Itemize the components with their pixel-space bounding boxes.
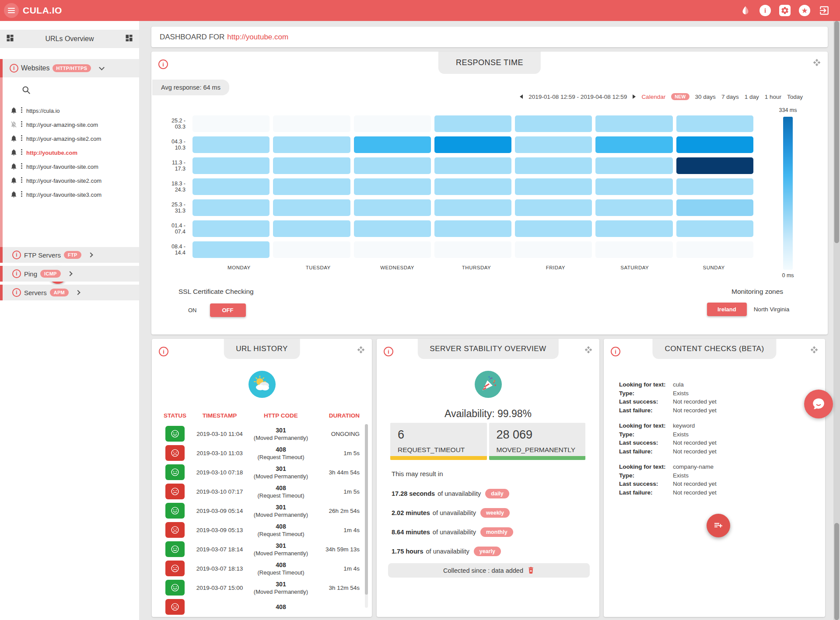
heatmap-cell[interactable]	[676, 115, 753, 132]
chat-widget-button[interactable]	[804, 390, 833, 418]
hamburger-menu-button[interactable]	[4, 3, 19, 18]
ssl-on-option[interactable]: ON	[188, 307, 197, 313]
dashboard-grid-icon[interactable]	[125, 34, 133, 44]
info-icon[interactable]: i	[384, 347, 393, 356]
table-row[interactable]: 2019-03-07 18:13408(Request Timeout)1m 4…	[158, 559, 360, 578]
heatmap-cell[interactable]	[434, 115, 511, 132]
table-row[interactable]: 2019-03-10 11:04301(Moved Permanently)ON…	[158, 424, 360, 443]
next-range-arrow[interactable]	[633, 94, 636, 99]
info-icon[interactable]: i	[10, 64, 18, 73]
heatmap-cell[interactable]	[676, 136, 753, 153]
range-preset-1-hour[interactable]: 1 hour	[765, 94, 781, 100]
info-icon[interactable]: i	[12, 251, 21, 259]
heatmap-cell[interactable]	[434, 178, 511, 195]
heatmap-cell[interactable]	[515, 220, 592, 237]
table-row[interactable]: 2019-03-10 11:03408(Request Timeout)1m 5…	[158, 443, 360, 463]
dashboard-title-url[interactable]: http://youtube.com	[227, 33, 288, 42]
bell-icon[interactable]	[10, 177, 18, 184]
settings-gear-icon[interactable]	[779, 4, 791, 17]
stat-moved-permanently[interactable]: 28 069 MOVED_PERMANENTLY	[489, 423, 586, 460]
url-label[interactable]: http://your-favourite-site.com	[26, 164, 98, 170]
table-row[interactable]: 2019-03-07 18:14301(Moved Permanently)34…	[158, 540, 360, 559]
heatmap-cell[interactable]	[354, 136, 431, 153]
heatmap-cell[interactable]	[434, 136, 511, 153]
url-label[interactable]: https://cula.io	[26, 108, 60, 114]
heatmap-cell[interactable]	[595, 199, 672, 216]
heatmap-cell[interactable]	[676, 178, 753, 195]
calendar-link[interactable]: Calendar	[641, 94, 665, 100]
prev-range-arrow[interactable]	[520, 94, 523, 99]
bell-icon[interactable]	[10, 107, 18, 114]
heatmap-cell[interactable]	[273, 241, 350, 258]
heatmap-cell[interactable]	[273, 157, 350, 174]
bell-icon[interactable]	[10, 163, 18, 170]
heatmap-cell[interactable]	[354, 199, 431, 216]
table-scrollbar-thumb[interactable]	[365, 424, 368, 595]
sidebar-url-item[interactable]: http://your-favourite-site.com	[3, 160, 139, 174]
heatmap-cell[interactable]	[192, 241, 270, 258]
table-row[interactable]: 2019-03-09 05:13408(Request Timeout)1m 4…	[158, 520, 360, 540]
drag-handle-icon[interactable]	[813, 59, 821, 68]
drag-dots-handle[interactable]	[21, 107, 22, 113]
heatmap-cell[interactable]	[595, 178, 672, 195]
trash-icon[interactable]	[527, 567, 535, 574]
page-scrollbar-thumb[interactable]	[834, 21, 839, 243]
heatmap-cell[interactable]	[273, 220, 350, 237]
table-row[interactable]: 2019-03-10 07:18301(Moved Permanently)3h…	[158, 463, 360, 482]
bell-icon[interactable]	[10, 149, 18, 156]
info-icon[interactable]: i	[12, 269, 21, 278]
heatmap-cell[interactable]	[515, 157, 592, 174]
heatmap-cell[interactable]	[595, 115, 672, 132]
heatmap-cell[interactable]	[676, 157, 753, 174]
sidebar-url-item[interactable]: http://your-favourite-site2.com	[3, 174, 139, 188]
sidebar-section-ftp-servers[interactable]: i FTP Servers FTP	[0, 247, 139, 263]
heatmap-cell[interactable]	[515, 136, 592, 153]
heatmap-cell[interactable]	[354, 241, 431, 258]
sidebar-url-item[interactable]: https://cula.io	[3, 104, 139, 118]
drag-handle-icon[interactable]	[810, 346, 818, 355]
zone-north-virginia-option[interactable]: North Virginia	[754, 306, 790, 313]
range-preset-1-day[interactable]: 1 day	[745, 94, 759, 100]
heatmap-cell[interactable]	[434, 241, 511, 258]
heatmap-cell[interactable]	[273, 199, 350, 216]
sidebar-url-item[interactable]: http://your-amazing-site2.com	[3, 132, 139, 146]
star-icon[interactable]: ★	[798, 4, 811, 17]
sidebar-url-item[interactable]: http://your-favourite-site3.com	[3, 188, 139, 202]
heatmap-cell[interactable]	[354, 115, 431, 132]
heatmap-cell[interactable]	[192, 199, 270, 216]
heatmap-cell[interactable]	[354, 178, 431, 195]
heatmap-cell[interactable]	[434, 220, 511, 237]
heatmap-cell[interactable]	[354, 220, 431, 237]
heatmap-cell[interactable]	[676, 241, 753, 258]
heatmap-cell[interactable]	[676, 199, 753, 216]
url-label[interactable]: http://your-favourite-site2.com	[26, 178, 102, 184]
info-icon[interactable]: i	[12, 288, 21, 297]
bell-icon[interactable]	[10, 135, 18, 142]
sidebar-section-websites[interactable]: i Websites HTTP/HTTPS	[0, 59, 139, 77]
heatmap-cell[interactable]	[595, 220, 672, 237]
info-icon[interactable]: i	[159, 347, 168, 356]
url-label[interactable]: http://your-amazing-site2.com	[26, 136, 101, 142]
info-icon[interactable]: i	[759, 4, 771, 17]
range-preset-30-days[interactable]: 30 days	[695, 94, 716, 100]
drag-dots-handle[interactable]	[21, 121, 22, 127]
table-row[interactable]: 2019-03-10 07:17408(Request Timeout)1m 5…	[158, 482, 360, 501]
drag-dots-handle[interactable]	[21, 177, 22, 183]
heatmap-cell[interactable]	[595, 136, 672, 153]
ssl-off-button[interactable]: OFF	[210, 303, 246, 317]
table-row[interactable]: 2019-03-09 05:14301(Moved Permanently)26…	[158, 501, 360, 520]
drag-dots-handle[interactable]	[21, 135, 22, 141]
heatmap-cell[interactable]	[192, 220, 270, 237]
heatmap-cell[interactable]	[676, 220, 753, 237]
heatmap-cell[interactable]	[595, 157, 672, 174]
dashboard-grid-icon[interactable]	[6, 34, 14, 44]
heatmap-cell[interactable]	[595, 241, 672, 258]
logout-icon[interactable]	[818, 4, 830, 17]
drag-handle-icon[interactable]	[584, 346, 592, 355]
sidebar-section-ping[interactable]: i Ping ICMP	[0, 266, 139, 282]
invert-colors-icon[interactable]	[739, 4, 752, 17]
heatmap-cell[interactable]	[192, 157, 270, 174]
range-preset-today[interactable]: Today	[787, 94, 803, 100]
heatmap-cell[interactable]	[515, 199, 592, 216]
drag-dots-handle[interactable]	[21, 149, 22, 155]
